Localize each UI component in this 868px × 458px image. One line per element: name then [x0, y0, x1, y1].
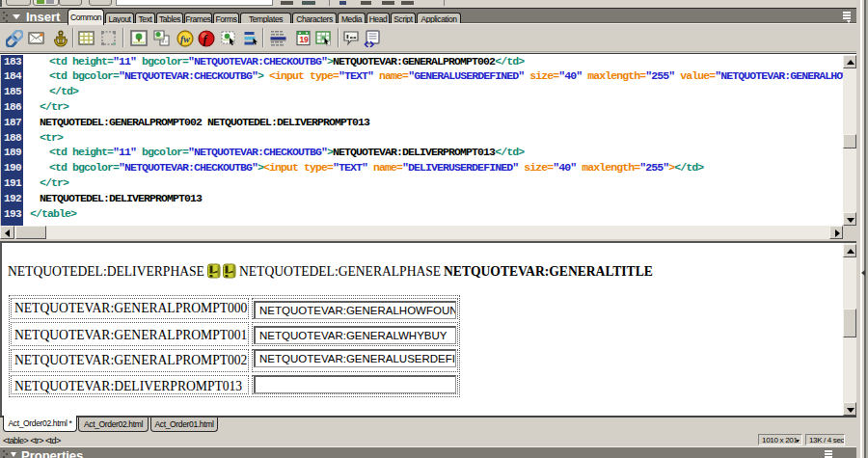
- svg-text:19: 19: [299, 35, 309, 44]
- svg-text:fw: fw: [180, 34, 190, 44]
